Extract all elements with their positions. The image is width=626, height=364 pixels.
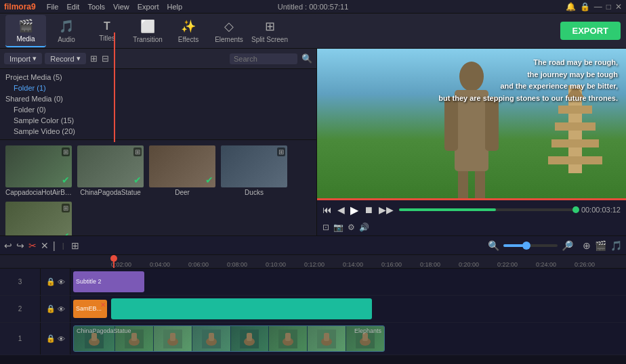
maximize-btn[interactable]: □: [606, 2, 611, 12]
track-eye-3[interactable]: 👁: [58, 278, 65, 286]
tree-sample-video[interactable]: Sample Video (20): [0, 126, 316, 137]
tab-transition[interactable]: ⬜ Transition: [127, 15, 168, 47]
camera-btn[interactable]: 📷: [333, 223, 343, 232]
track-clip-small[interactable]: SamEB... ✕: [73, 300, 107, 318]
track-clip-subtitle2[interactable]: Subtitle 2: [73, 271, 144, 292]
track-area-2[interactable]: SamEB... ✕: [70, 296, 626, 322]
volume-btn[interactable]: 🔊: [359, 223, 369, 232]
app-logo: filmora9: [4, 2, 36, 12]
media-grid: ⊞ ✔ CappadociaHotAirBall... ⊞ ✔ ChinaPag…: [0, 140, 316, 235]
tab-media[interactable]: 🎬 Media: [5, 15, 46, 47]
notification-icon[interactable]: 🔔: [566, 2, 576, 12]
list-item[interactable]: ⊞ ✔ ChinaPagodaStatue: [77, 145, 144, 196]
strip-thumb-1: [74, 326, 115, 351]
track-area-1[interactable]: ChinaPagodaStatue Elephants: [70, 323, 626, 355]
magnet-btn[interactable]: ⊞: [71, 240, 79, 251]
tab-effects[interactable]: ✨ Effects: [168, 15, 209, 47]
svg-rect-26: [247, 333, 252, 341]
video-strip[interactable]: ChinaPagodaStatue Elephants: [73, 325, 385, 352]
tab-titles[interactable]: T Titles: [87, 15, 127, 47]
ruler-mark-10: 0:22:00: [497, 261, 518, 268]
tab-splitscreen[interactable]: ⊞ Split Screen: [249, 15, 290, 47]
progress-handle[interactable]: [572, 206, 579, 213]
settings-btn[interactable]: ⚙: [348, 223, 355, 232]
search-input[interactable]: [230, 53, 297, 64]
split-btn[interactable]: |: [53, 240, 56, 251]
track-area-3[interactable]: Subtitle 2: [70, 269, 626, 295]
menu-view[interactable]: View: [113, 3, 129, 11]
play-btn[interactable]: ▶: [350, 204, 358, 217]
progress-bar[interactable]: [399, 208, 576, 211]
forward-btn[interactable]: ▶▶: [379, 204, 394, 215]
svg-rect-8: [444, 97, 458, 151]
tree-sample-color[interactable]: Sample Color (15): [0, 115, 316, 126]
stop-btn[interactable]: ⏹: [364, 204, 373, 215]
record-chevron: ▾: [77, 54, 81, 63]
track-lock-1[interactable]: 🔒: [46, 334, 56, 343]
timeline: ↩ ↪ ✂ ✕ | | ⊞ 🔍 🔎 ⊕ 🎬 🎵 0:02:00 0:04:00 …: [0, 235, 626, 364]
lock-icon[interactable]: 🔒: [580, 2, 590, 12]
track-label-3: 3: [0, 269, 41, 295]
filter-icon[interactable]: ⊞: [90, 53, 98, 64]
track-eye-2[interactable]: 👁: [58, 305, 65, 313]
track-lock-3[interactable]: 🔒: [46, 277, 56, 286]
search-icon[interactable]: 🔍: [301, 53, 312, 64]
tree-folder[interactable]: Folder (1): [0, 83, 316, 93]
tab-audio[interactable]: 🎵 Audio: [46, 15, 87, 47]
track-lock-2[interactable]: 🔒: [46, 304, 56, 313]
tree-folder2[interactable]: Folder (0): [0, 104, 316, 115]
record-button[interactable]: Record ▾: [45, 53, 85, 64]
menu-help[interactable]: Help: [167, 3, 183, 11]
grid-icon[interactable]: ⊟: [102, 53, 109, 64]
list-item[interactable]: ⊞ ✔ CappadociaHotAirBall...: [5, 145, 72, 196]
preview-controls: ⏮ ◀ ▶ ⏹ ▶▶ 00:00:03:12: [317, 200, 626, 219]
close-btn[interactable]: ✕: [615, 2, 622, 12]
track-row-3: 3 🔒 👁 Subtitle 2: [0, 269, 626, 296]
zoom-in-btn[interactable]: 🔎: [562, 240, 573, 251]
tree-shared-media[interactable]: Shared Media (0): [0, 93, 316, 104]
file-tree: Project Media (5) Folder (1) Shared Medi…: [0, 69, 316, 140]
preview-footer: ⊡ 📷 ⚙ 🔊: [317, 219, 626, 235]
zoom-handle[interactable]: [522, 242, 530, 250]
preview-video: The road may be rough, the journey may b…: [317, 49, 626, 200]
tree-project-media[interactable]: Project Media (5): [0, 72, 316, 83]
menu-export[interactable]: Export: [138, 3, 159, 11]
back-btn[interactable]: ◀: [337, 204, 345, 215]
zoom-slider[interactable]: [503, 244, 558, 247]
film-btn[interactable]: 🎬: [595, 240, 606, 251]
corner-icon: ⊞: [277, 147, 285, 156]
title-bar: Untitled : 00:00:57:11: [278, 0, 349, 14]
add-track-btn[interactable]: ⊕: [583, 240, 591, 251]
tab-elements[interactable]: ◇ Elements: [209, 15, 249, 47]
track-eye-1[interactable]: 👁: [58, 335, 65, 343]
toolbar: 🎬 Media 🎵 Audio T Titles ⬜ Transition ✨ …: [0, 14, 626, 49]
svg-rect-35: [362, 333, 368, 341]
list-item[interactable]: ⊞ Ducks: [221, 145, 287, 196]
svg-rect-3: [551, 139, 599, 147]
music-btn[interactable]: 🎵: [610, 240, 622, 251]
undo-btn[interactable]: ↩: [4, 240, 12, 251]
export-button[interactable]: EXPORT: [560, 22, 621, 40]
import-chevron: ▾: [33, 54, 37, 63]
import-button[interactable]: Import ▾: [4, 53, 42, 64]
clip-label: SamEB...: [76, 305, 102, 312]
ruler-mark-9: 0:20:00: [459, 261, 479, 268]
minimize-btn[interactable]: —: [594, 2, 602, 12]
clip-close[interactable]: ✕: [100, 301, 106, 309]
menu-tools[interactable]: Tools: [87, 3, 105, 11]
list-item[interactable]: ✔ Deer: [149, 145, 215, 196]
menu-edit[interactable]: Edit: [66, 3, 79, 11]
zoom-out-btn[interactable]: 🔍: [488, 240, 499, 251]
main-area: Import ▾ Record ▾ ⊞ ⊟ 🔍 Project Media (5…: [0, 49, 626, 235]
delete-btn[interactable]: ✕: [41, 240, 49, 251]
timeline-ruler: 0:02:00 0:04:00 0:06:00 0:08:00 0:10:00 …: [0, 255, 626, 269]
scissors-btn[interactable]: ✂: [28, 240, 37, 251]
full-screen-btn[interactable]: ⊡: [322, 223, 329, 232]
menu-file[interactable]: File: [47, 3, 59, 11]
prev-frame-btn[interactable]: ⏮: [322, 204, 332, 215]
redo-btn[interactable]: ↪: [16, 240, 24, 251]
ruler-mark-11: 0:24:00: [536, 261, 556, 268]
list-item[interactable]: ⊞ ✔ Elephants: [5, 202, 72, 235]
strip-thumb-5: [231, 326, 270, 351]
track-clip-main[interactable]: [111, 298, 372, 319]
